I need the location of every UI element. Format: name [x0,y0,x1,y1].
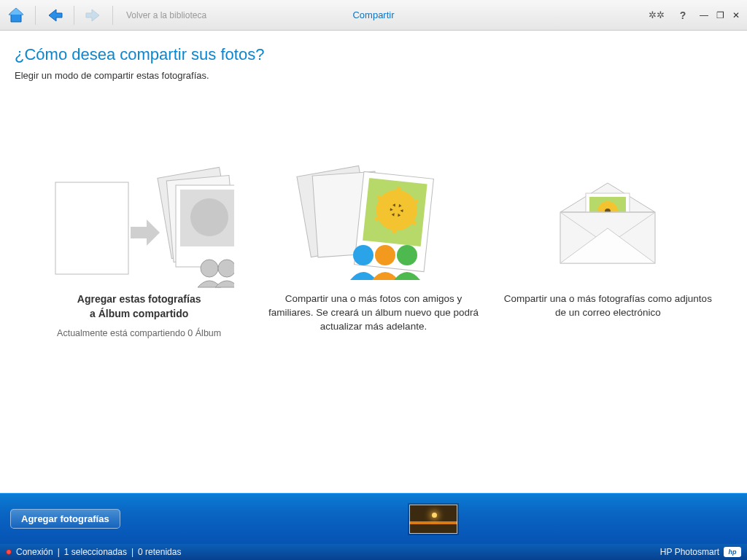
option-text: Compartir una o más fotos con amigos y f… [264,292,483,334]
option-title: Agregar estas fotografías a Álbum compar… [77,292,201,321]
main-content: ¿Cómo desea compartir sus fotos? Elegir … [0,31,747,493]
svg-point-24 [397,245,417,265]
status-retained: 0 retenidas [138,547,181,557]
forward-button[interactable] [83,5,104,26]
option-note: Actualmente está compartiendo 0 Álbum [57,328,221,338]
status-connection: Conexión [16,547,53,557]
share-options: Agregar estas fotografías a Álbum compar… [15,161,732,338]
tray-thumbnails [131,505,737,534]
svg-line-19 [394,210,396,233]
share-friends-icon [293,161,454,292]
email-icon [546,161,670,292]
add-to-album-icon [44,161,234,292]
svg-point-9 [218,260,234,277]
toolbar: Volver a la biblioteca Compartir ✲✲ ? — … [0,0,747,31]
svg-point-23 [375,245,395,265]
restore-button[interactable]: ❐ [715,10,725,20]
brand-label: HP Photosmart [660,547,719,557]
option-text: Compartir una o más fotografías como adj… [498,292,717,320]
close-button[interactable]: ✕ [731,10,741,20]
svg-point-7 [190,198,228,236]
home-button[interactable] [6,5,26,26]
app-window: Volver a la biblioteca Compartir ✲✲ ? — … [0,0,747,560]
status-bar: Conexión | 1 seleccionadas | 0 retenidas… [0,544,747,560]
status-selected: 1 seleccionadas [64,547,127,557]
svg-marker-1 [9,8,23,15]
connection-status-dot [6,549,12,555]
option-add-to-album[interactable]: Agregar estas fotografías a Álbum compar… [30,161,249,338]
photo-thumbnail[interactable] [409,505,457,534]
help-icon[interactable]: ? [673,5,693,26]
back-to-library-link[interactable]: Volver a la biblioteca [122,10,211,20]
back-button[interactable] [44,5,65,26]
svg-point-8 [201,260,218,277]
option-email[interactable]: Compartir una o más fotografías como adj… [498,161,717,320]
photo-tray: Agregar fotografías [0,493,747,544]
page-subtitle: Elegir un modo de compartir estas fotogr… [15,70,732,81]
hp-logo: hp [724,547,741,557]
option-share-friends[interactable]: Compartir una o más fotos con amigos y f… [264,161,483,334]
settings-icon[interactable]: ✲✲ [646,5,667,26]
svg-rect-2 [55,182,128,274]
add-photos-button[interactable]: Agregar fotografías [10,509,120,529]
svg-line-16 [397,187,399,210]
tab-share[interactable]: Compartir [352,9,394,20]
minimize-button[interactable]: — [699,10,709,20]
svg-point-22 [353,245,374,265]
page-title: ¿Cómo desea compartir sus fotos? [15,45,732,64]
